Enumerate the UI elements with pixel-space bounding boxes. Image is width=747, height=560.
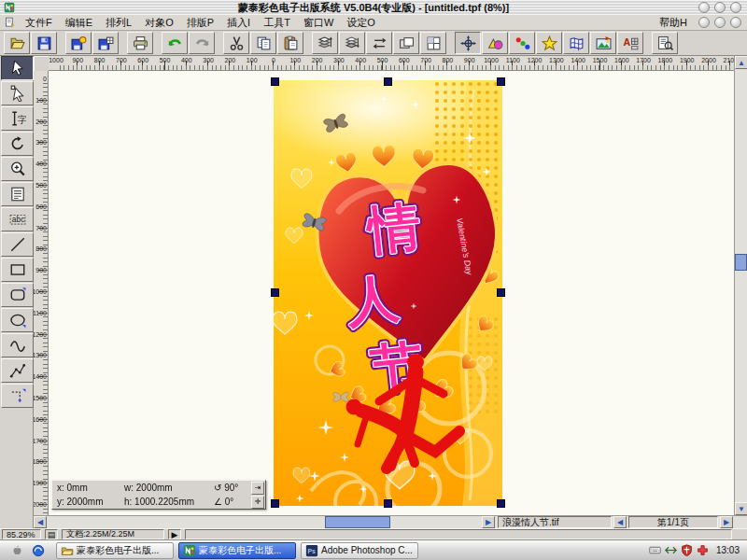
task-montai-app[interactable]: 蒙泰彩色电子出版... [178, 542, 296, 559]
menu-object[interactable]: 对象O [138, 15, 180, 31]
tool-ellipse[interactable] [1, 308, 34, 332]
tool-zoom[interactable] [1, 157, 34, 181]
menu-insert[interactable]: 插入I [220, 15, 257, 31]
menu-arrange[interactable]: 排列L [99, 15, 138, 31]
shapes-button[interactable] [482, 32, 508, 54]
send-backward-button[interactable] [339, 32, 365, 54]
selection-handle[interactable] [384, 77, 392, 86]
selection-handle[interactable] [271, 77, 279, 86]
tool-polyline[interactable] [1, 358, 34, 383]
scroll-right-button[interactable]: ▶ [482, 516, 495, 528]
color-fill-button[interactable] [509, 32, 535, 54]
v-ruler-label: 1700 [34, 438, 47, 444]
selection-handle[interactable] [384, 499, 392, 508]
mesh-warp-button[interactable] [563, 32, 589, 54]
start-button[interactable] [9, 543, 24, 558]
task-photoshop[interactable]: PsAdobe Photoshop C... [301, 542, 418, 559]
tool-page-layout[interactable] [1, 182, 34, 206]
h-ruler-label: 1900 [680, 57, 695, 63]
tool-rectangle[interactable] [1, 258, 34, 282]
horizontal-ruler: 1000900800700600500400300200100010020030… [49, 56, 734, 71]
scroll-up-button[interactable]: ▲ [735, 56, 747, 69]
tool-line[interactable] [1, 232, 34, 257]
panel-align-button[interactable]: ⇥ [251, 482, 264, 495]
h-ruler-label: 500 [377, 57, 388, 63]
save-as-button[interactable] [92, 32, 119, 54]
v-ruler-label: 1600 [34, 416, 47, 423]
center-anchor-button[interactable] [455, 32, 481, 54]
status-more-button[interactable]: ▶ [168, 529, 181, 539]
text-format-button[interactable]: A [617, 32, 643, 54]
task-folder-montai[interactable]: 蒙泰彩色电子出版... [56, 542, 174, 559]
h-ruler-label: 1200 [528, 57, 543, 63]
menu-window[interactable]: 窗口W [297, 15, 340, 31]
menu-layout[interactable]: 排版P [180, 15, 220, 31]
copy-button[interactable] [250, 32, 276, 54]
v-ruler-label: 1200 [34, 331, 47, 338]
tray-icons [649, 544, 709, 556]
shield-icon[interactable] [681, 544, 693, 556]
selection-handle[interactable] [497, 288, 505, 297]
doc-close-button[interactable] [730, 17, 741, 28]
minimize-button[interactable] [698, 2, 710, 13]
scroll-left-button[interactable]: ◀ [34, 516, 47, 528]
health-cross-icon[interactable] [697, 544, 709, 556]
tool-abc-text[interactable]: abc [1, 207, 34, 231]
swap-order-button[interactable] [366, 32, 392, 54]
tool-rotate[interactable] [1, 132, 34, 156]
selection-handle[interactable] [497, 77, 505, 86]
cut-button[interactable] [223, 32, 249, 54]
doc-minimize-button[interactable] [698, 17, 710, 28]
tool-select[interactable] [1, 56, 34, 80]
network-icon[interactable] [665, 544, 677, 556]
quick-launch-icon[interactable] [32, 544, 45, 557]
menu-tools[interactable]: 工具T [257, 15, 297, 31]
clock[interactable]: 13:03 [716, 545, 740, 555]
svg-text:A: A [623, 36, 630, 48]
place-image-button[interactable] [590, 32, 616, 54]
export-image-button[interactable] [65, 32, 92, 54]
close-button[interactable] [730, 2, 741, 13]
cascade-button[interactable] [393, 32, 419, 54]
doc-restore-button[interactable] [714, 17, 726, 28]
tool-direct-select[interactable] [1, 81, 34, 105]
h-ruler-label: 2000 [701, 57, 716, 63]
horizontal-scroll-thumb[interactable] [325, 516, 390, 528]
menu-help[interactable]: 帮助H [653, 15, 694, 31]
undo-button[interactable] [162, 32, 188, 54]
prev-page-button[interactable]: ◀ [613, 516, 627, 528]
bring-forward-button[interactable] [312, 32, 338, 54]
tool-clip-path[interactable] [1, 384, 34, 408]
print-button[interactable] [127, 32, 153, 54]
redo-button[interactable] [189, 32, 215, 54]
coord-h: h: 1000.2205mm [124, 497, 214, 507]
menu-settings[interactable]: 设定O [340, 15, 382, 31]
status-tool-button[interactable]: ▤ [45, 529, 58, 539]
selection-handle[interactable] [271, 288, 279, 297]
next-page-button[interactable]: ▶ [720, 516, 733, 528]
document-canvas[interactable]: Valentine's Day 情情人人节节 [49, 71, 734, 515]
combine-button[interactable] [420, 32, 446, 54]
system-tray: 13:03 [649, 544, 743, 556]
tool-text[interactable]: 字 [1, 106, 34, 131]
open-button[interactable] [4, 32, 30, 54]
save-button[interactable] [31, 32, 57, 54]
h-ruler-label: 200 [312, 57, 323, 63]
horizontal-scroll-track[interactable] [47, 516, 482, 528]
menu-edit[interactable]: 编辑E [59, 15, 99, 31]
maximize-button[interactable] [714, 2, 726, 13]
selection-handle[interactable] [497, 499, 505, 508]
paste-button[interactable] [277, 32, 303, 54]
vertical-scrollbar[interactable]: ▲ ▼ [734, 56, 747, 515]
print-preview-button[interactable] [652, 32, 678, 54]
tool-curve[interactable] [1, 333, 34, 357]
menu-file[interactable]: 文件F [19, 15, 59, 31]
keyboard-icon[interactable] [649, 544, 661, 556]
tool-rounded-rectangle[interactable] [1, 283, 34, 307]
selection-handle[interactable] [271, 499, 279, 508]
star-button[interactable] [536, 32, 562, 54]
poster-image[interactable]: Valentine's Day 情情人人节节 [274, 80, 502, 506]
scroll-down-button[interactable]: ▼ [735, 502, 747, 515]
vertical-scroll-thumb[interactable] [735, 254, 747, 271]
panel-expand-button[interactable]: ✛ [251, 496, 264, 509]
